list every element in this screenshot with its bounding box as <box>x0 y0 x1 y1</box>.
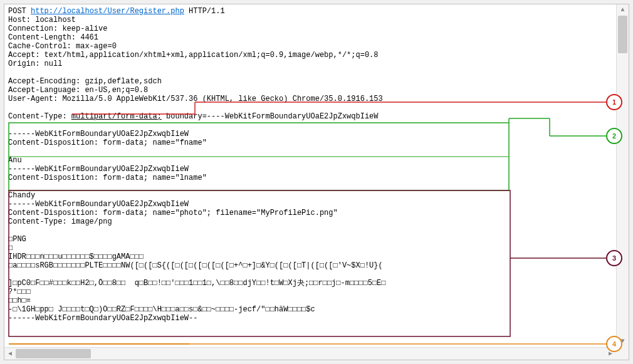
scroll-left-arrow-icon[interactable]: ◀ <box>4 348 16 360</box>
png-binary-line: ?*□□□ <box>8 288 612 296</box>
png-binary-line: □a□□□□sRGB□□□□□□□PLTE□□□□NW([□([□S{([□([… <box>8 261 612 270</box>
png-binary-line: IHDR□□□n□□□u□□□□□□$□□□□gAMA□□□ <box>8 252 612 261</box>
png-binary-line: □ <box>8 244 612 252</box>
blank-line <box>8 226 612 235</box>
header-cache-control: Cache-Control: max-age=0 <box>8 42 612 51</box>
header-user-agent: User-Agent: Mozilla/5.0 AppleWebKit/537.… <box>8 95 612 103</box>
scroll-down-arrow-icon[interactable]: ▼ <box>617 336 629 347</box>
header-accept-encoding: Accept-Encoding: gzip,deflate,sdch <box>8 77 612 86</box>
png-binary-line: □□h□= <box>8 296 612 305</box>
header-host: Host: localhost <box>8 16 612 24</box>
png-binary-line: ]□pC0□F□□#□□□k□□H2□,Ö□□8□□ q□B□□!□□'□□□1… <box>8 279 612 288</box>
request-line: POST http://localhost/User/Register.php … <box>8 7 612 16</box>
vscroll-track[interactable] <box>617 16 629 336</box>
content-disposition-lname: Content-Disposition: form-data; name="ln… <box>8 174 612 182</box>
scroll-right-arrow-icon[interactable]: ▶ <box>605 348 616 360</box>
boundary-line: ------WebKitFormBoundaryUOaE2JpZxwqbIieW <box>8 165 612 174</box>
blank-line <box>8 121 612 130</box>
header-content-type: Content-Type: multipart/form-data; bound… <box>8 112 612 121</box>
boundary-line: ------WebKitFormBoundaryUOaE2JpZxwqbIieW <box>8 130 612 138</box>
hscroll-track[interactable] <box>16 348 605 360</box>
horizontal-scrollbar[interactable]: ◀ ▶ <box>4 347 616 360</box>
boundary-end-line: ------WebKitFormBoundaryUOaE2JpZxwqbIieW… <box>8 314 612 323</box>
blank-line <box>8 182 612 191</box>
header-content-length: Content-Length: 4461 <box>8 33 612 42</box>
blank-line <box>8 103 612 112</box>
content-disposition-fname: Content-Disposition: form-data; name="fn… <box>8 138 612 147</box>
content-disposition-photo: Content-Disposition: form-data; name="ph… <box>8 209 612 217</box>
png-binary-line: -□\1GH□pp□ J□□□□t□Q□)O□□RZ□F□□□□\H□□□a□□… <box>8 305 612 314</box>
blank-line <box>8 147 612 156</box>
blank-line <box>8 270 612 279</box>
fname-value: Anu <box>8 156 612 165</box>
header-connection: Connection: keep-alive <box>8 24 612 33</box>
png-binary-line: □PNG <box>8 235 612 244</box>
request-url-link[interactable]: http://localhost/User/Register.php <box>31 7 184 16</box>
header-accept: Accept: text/html,application/xhtml+xml,… <box>8 51 612 60</box>
scrollbar-corner <box>616 347 629 360</box>
header-origin: Origin: null <box>8 60 612 68</box>
vertical-scrollbar[interactable]: ▲ ▼ <box>616 4 629 347</box>
boundary-line: ------WebKitFormBoundaryUOaE2JpZxwqbIieW <box>8 200 612 209</box>
content-type-value: multipart/form-data; <box>71 112 162 121</box>
http-request-panel: POST http://localhost/User/Register.php … <box>4 4 629 360</box>
lname-value: Chandy <box>8 191 612 200</box>
header-accept-language: Accept-Language: en-US,en;q=0.8 <box>8 86 612 95</box>
vscroll-thumb[interactable] <box>618 16 627 53</box>
hscroll-thumb[interactable] <box>16 349 91 358</box>
content-pane[interactable]: POST http://localhost/User/Register.php … <box>4 4 616 347</box>
scroll-up-arrow-icon[interactable]: ▲ <box>617 4 629 16</box>
blank-line <box>8 68 612 77</box>
content-type-photo: Content-Type: image/png <box>8 217 612 226</box>
